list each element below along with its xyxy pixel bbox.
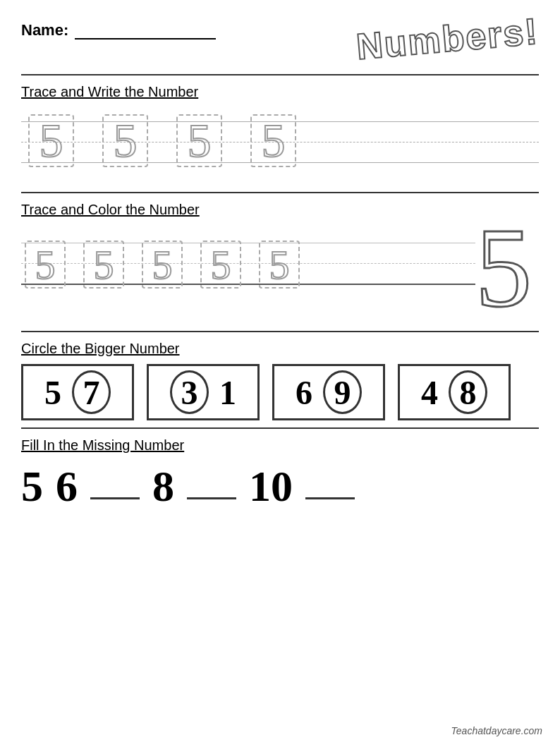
trace-digit-2-1[interactable]: 5	[25, 241, 66, 289]
trace-row-1: 5 5 5 5	[28, 114, 296, 167]
trace-area-2: 5 5 5 5 5	[21, 232, 475, 317]
number-box-4: 4 8	[398, 364, 511, 420]
box2-left: 3	[170, 370, 209, 414]
trace-area-1: 5 5 5 5	[21, 107, 539, 185]
box1-left: 5	[44, 373, 61, 412]
footer-text: Teachatdaycare.com	[451, 725, 542, 736]
number-box-2: 3 1	[147, 364, 260, 420]
name-label: Name:	[21, 21, 68, 39]
miss-num-5: 5	[21, 464, 43, 508]
section1-title: Trace and Write the Number	[21, 84, 539, 100]
section-fill-missing: Fill In the Missing Number 5 6 8 10	[21, 427, 539, 515]
trace-digit-4[interactable]: 5	[250, 114, 296, 167]
trace-digit-3[interactable]: 5	[176, 114, 222, 167]
trace-row-2: 5 5 5 5 5	[25, 241, 300, 289]
box1-right: 7	[72, 370, 111, 414]
box3-left: 6	[296, 373, 312, 412]
section-trace-write: Trace and Write the Number 5 5 5 5	[21, 74, 539, 185]
big-number-5: 5	[475, 211, 532, 324]
trace-digit-1[interactable]: 5	[28, 114, 74, 167]
miss-num-8: 8	[152, 464, 174, 508]
trace-digit-2-3[interactable]: 5	[142, 241, 183, 289]
box4-left: 4	[421, 373, 438, 412]
box3-right: 9	[323, 370, 362, 414]
trace-digit-2[interactable]: 5	[102, 114, 148, 167]
number-boxes: 5 7 3 1 6 9 4 8	[21, 364, 539, 420]
miss-num-10: 10	[249, 464, 293, 508]
section2-title: Trace and Color the Number	[21, 202, 539, 218]
footer: Teachatdaycare.com	[451, 725, 542, 736]
section-trace-color: Trace and Color the Number 5 5 5 5 5	[21, 192, 539, 324]
miss-blank-1[interactable]	[90, 492, 140, 499]
header: Name: Numbers!	[21, 21, 539, 60]
name-underline[interactable]	[75, 38, 216, 40]
trace-left: 5 5 5 5 5	[21, 232, 475, 317]
box4-right: 8	[449, 370, 487, 414]
trace-digit-2-4[interactable]: 5	[200, 241, 241, 289]
section3-title: Circle the Bigger Number	[21, 341, 539, 357]
number-box-3: 6 9	[272, 364, 385, 420]
miss-blank-2[interactable]	[187, 492, 236, 499]
section2-content: 5 5 5 5 5 5	[21, 225, 539, 324]
section-circle-bigger: Circle the Bigger Number 5 7 3 1 6 9 4 8	[21, 331, 539, 420]
number-box-1: 5 7	[21, 364, 134, 420]
trace-digit-2-2[interactable]: 5	[83, 241, 124, 289]
miss-num-6: 6	[56, 464, 78, 508]
miss-blank-3[interactable]	[305, 492, 355, 499]
page-title: Numbers!	[355, 10, 540, 68]
trace-digit-2-5[interactable]: 5	[259, 241, 300, 289]
box2-right: 1	[219, 373, 236, 412]
name-field: Name:	[21, 21, 216, 40]
section4-title: Fill In the Missing Number	[21, 437, 539, 454]
missing-number-row: 5 6 8 10	[21, 464, 539, 515]
worksheet-page: Name: Numbers! Trace and Write the Numbe…	[0, 0, 560, 747]
